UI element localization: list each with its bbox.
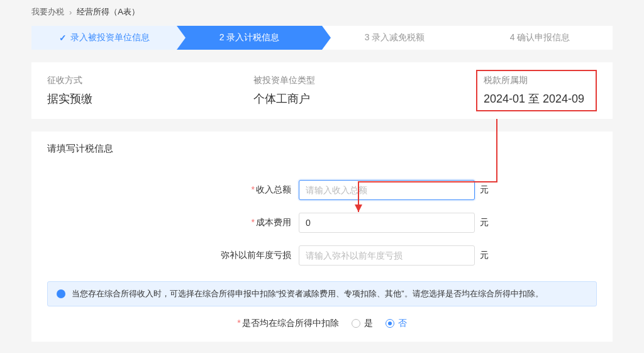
breadcrumb-item-1[interactable]: 我要办税 <box>31 6 64 18</box>
radio-circle-icon <box>352 319 360 328</box>
breadcrumb: 我要办税 › 经营所得（A表） <box>0 0 644 23</box>
step-bar: ✓ 录入被投资单位信息 2 录入计税信息 3 录入减免税额 4 确认申报信息 <box>31 26 613 50</box>
deduct-label: *是否均在综合所得中扣除 <box>237 318 338 329</box>
info-alert: 当您存在综合所得收入时，可选择在综合所得申报中扣除“投资者减除费用、专项扣除、其… <box>47 281 597 306</box>
summary-unit-type-label: 被投资单位类型 <box>253 75 315 86</box>
section-title: 请填写计税信息 <box>47 143 597 155</box>
radio-no-text: 否 <box>398 318 407 329</box>
summary-card: 征收方式 据实预缴 被投资单位类型 个体工商户 税款所属期 2024-01 至 … <box>31 62 613 119</box>
step-4[interactable]: 4 确认申报信息 <box>467 26 613 50</box>
step-1-label: 录入被投资单位信息 <box>70 32 150 43</box>
alert-text: 当您存在综合所得收入时，可选择在综合所得申报中扣除“投资者减除费用、专项扣除、其… <box>72 288 543 300</box>
summary-tax-period: 税款所属期 2024-01 至 2024-09 <box>476 70 597 111</box>
row-cost: *成本费用 元 <box>47 213 597 233</box>
cost-unit: 元 <box>480 217 489 228</box>
step-4-label: 4 确认申报信息 <box>510 32 570 43</box>
summary-unit-type: 被投资单位类型 个体工商户 <box>253 75 315 106</box>
breadcrumb-separator: › <box>69 8 72 17</box>
row-loss: 弥补以前年度亏损 元 <box>47 245 597 266</box>
summary-method-label: 征收方式 <box>47 75 92 86</box>
income-input[interactable] <box>299 180 475 200</box>
summary-period-value: 2024-01 至 2024-09 <box>484 91 584 106</box>
radio-yes[interactable]: 是 <box>352 318 373 329</box>
radio-circle-checked-icon <box>386 319 394 328</box>
breadcrumb-current: 经营所得（A表） <box>77 6 140 18</box>
tax-info-card: 请填写计税信息 *收入总额 元 *成本费用 元 弥补以前年度亏损 元 当您存在综… <box>31 132 613 342</box>
loss-label: 弥补以前年度亏损 <box>47 250 299 261</box>
row-income: *收入总额 元 <box>47 180 597 200</box>
step-3[interactable]: 3 录入减免税额 <box>322 26 467 50</box>
income-label: *收入总额 <box>47 184 299 196</box>
cost-input[interactable] <box>299 213 475 233</box>
check-icon: ✓ <box>59 33 67 43</box>
loss-input[interactable] <box>299 245 475 266</box>
summary-collection-method: 征收方式 据实预缴 <box>47 75 92 106</box>
step-3-label: 3 录入减免税额 <box>365 32 425 43</box>
summary-unit-type-value: 个体工商户 <box>253 91 315 106</box>
loss-unit: 元 <box>480 250 489 261</box>
summary-method-value: 据实预缴 <box>47 91 92 106</box>
step-2-label: 2 录入计税信息 <box>219 32 280 43</box>
step-1[interactable]: ✓ 录入被投资单位信息 <box>31 26 177 50</box>
summary-period-label: 税款所属期 <box>484 75 584 86</box>
deduct-radio-row: *是否均在综合所得中扣除 是 否 <box>47 318 597 329</box>
info-icon <box>57 289 65 298</box>
income-unit: 元 <box>480 184 489 196</box>
cost-label: *成本费用 <box>47 217 299 228</box>
radio-no[interactable]: 否 <box>386 318 407 329</box>
radio-yes-text: 是 <box>364 318 373 329</box>
step-2[interactable]: 2 录入计税信息 <box>177 26 322 50</box>
